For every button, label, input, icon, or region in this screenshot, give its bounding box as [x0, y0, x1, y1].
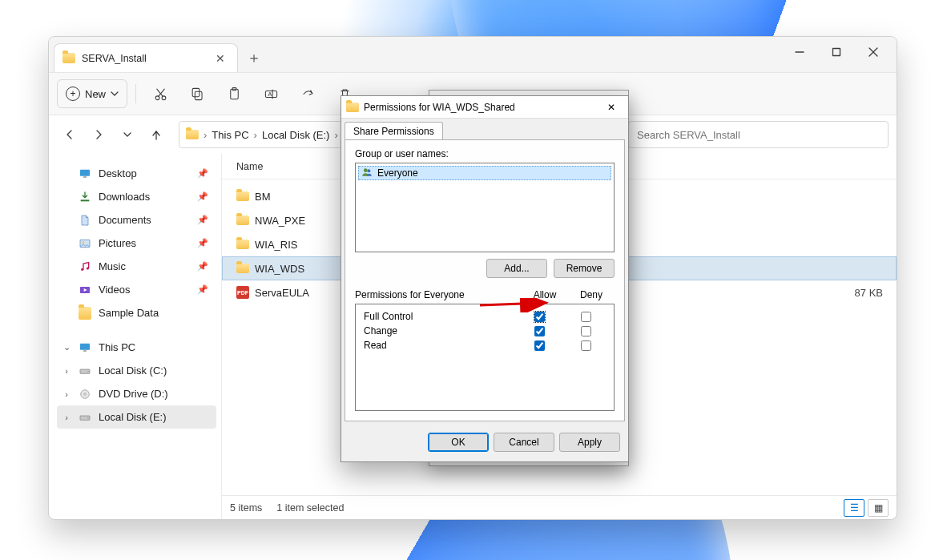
window-tab[interactable]: SERVA_Install ✕ [54, 43, 238, 72]
sidebar-item-downloads[interactable]: Downloads📌 [57, 185, 216, 208]
folder-icon [236, 191, 249, 201]
window-maximize-button[interactable] [818, 40, 855, 64]
sidebar-item-local-disk-e-[interactable]: ›Local Disk (E:) [57, 405, 216, 429]
svg-rect-18 [81, 199, 90, 201]
svg-text:A: A [268, 91, 272, 97]
dialog-title: Permissions for WIA_WDS_Shared [364, 102, 515, 113]
remove-button[interactable]: Remove [554, 259, 615, 278]
file-name: ServaEULA [255, 287, 309, 299]
deny-checkbox[interactable] [581, 340, 591, 351]
tab-share-permissions[interactable]: Share Permissions [345, 122, 443, 139]
breadcrumb-segment[interactable]: This PC [212, 129, 248, 141]
documents-icon [78, 214, 92, 227]
copy-button[interactable] [181, 79, 213, 108]
deny-checkbox[interactable] [581, 312, 591, 322]
forward-button[interactable] [86, 122, 111, 147]
allow-checkbox[interactable] [534, 340, 545, 351]
file-name: WIA_RIS [255, 239, 297, 251]
tab-close-button[interactable]: ✕ [212, 50, 229, 67]
new-button[interactable]: + New [57, 79, 127, 108]
status-bar: 5 items 1 item selected ☰ ▦ [222, 495, 897, 519]
svg-point-20 [83, 241, 85, 244]
svg-rect-16 [80, 169, 90, 175]
music-icon [78, 260, 92, 273]
svg-point-34 [367, 169, 370, 172]
apply-button[interactable]: Apply [559, 433, 620, 452]
monitor-icon [78, 341, 92, 354]
permission-label: Full Control [361, 311, 516, 322]
search-input[interactable] [628, 121, 889, 148]
back-button[interactable] [57, 122, 83, 147]
ok-button[interactable]: OK [428, 433, 489, 452]
details-view-button[interactable]: ☰ [844, 499, 864, 517]
svg-rect-26 [83, 350, 87, 351]
user-list-item[interactable]: Everyone [358, 166, 611, 180]
sidebar-item-documents[interactable]: Documents📌 [57, 208, 216, 232]
sidebar-item-sample-data[interactable]: Sample Data [57, 301, 216, 324]
folder-icon [186, 130, 199, 139]
allow-checkbox[interactable] [534, 312, 545, 322]
status-selected: 1 item selected [276, 502, 344, 514]
dialog-titlebar[interactable]: Permissions for WIA_WDS_Shared ✕ [341, 96, 628, 119]
sidebar-item-label: DVD Drive (D:) [99, 388, 168, 400]
sidebar-item-label: Local Disk (E:) [99, 411, 167, 423]
file-name: BM [255, 191, 271, 203]
svg-point-22 [87, 267, 89, 269]
svg-rect-1 [833, 49, 840, 56]
column-name[interactable]: Name [236, 161, 263, 172]
cancel-button[interactable]: Cancel [494, 433, 554, 452]
rename-button[interactable]: A [255, 79, 287, 108]
permission-row: Change [361, 324, 609, 338]
window-titlebar[interactable]: SERVA_Install ✕ ＋ [49, 37, 897, 72]
permission-label: Change [361, 325, 516, 336]
permissions-list: Full ControlChangeRead [355, 304, 615, 411]
sidebar-item-desktop[interactable]: Desktop📌 [57, 162, 216, 185]
tab-title: SERVA_Install [82, 53, 147, 64]
drive-icon [78, 365, 92, 377]
permissions-dialog: Permissions for WIA_WDS_Shared ✕ Share P… [341, 95, 629, 462]
sidebar-item-thispc[interactable]: ⌄ This PC [57, 336, 216, 359]
svg-rect-9 [192, 88, 199, 96]
chevron-down-icon: ⌄ [62, 342, 71, 353]
chevron-down-icon [111, 90, 119, 98]
sidebar-item-label: Music [99, 260, 126, 272]
svg-rect-8 [195, 91, 202, 99]
pin-icon: 📌 [197, 168, 208, 179]
pdf-icon: PDF [236, 286, 249, 299]
recent-locations-button[interactable] [115, 122, 140, 147]
new-tab-button[interactable]: ＋ [238, 43, 270, 72]
svg-point-32 [87, 417, 88, 418]
up-button[interactable] [143, 122, 169, 147]
folder-icon [236, 264, 249, 273]
plus-icon: + [66, 87, 80, 101]
allow-checkbox[interactable] [534, 326, 545, 336]
user-listbox[interactable]: Everyone [355, 163, 615, 252]
deny-column-label: Deny [568, 289, 615, 300]
share-button[interactable] [292, 79, 324, 108]
deny-checkbox[interactable] [581, 326, 591, 336]
breadcrumb-segment[interactable]: Local Disk (E:) [262, 129, 330, 141]
sidebar-item-dvd-drive-d-[interactable]: ›DVD Drive (D:) [57, 382, 216, 405]
sidebar-item-pictures[interactable]: Pictures📌 [57, 232, 216, 255]
sidebar-item-videos[interactable]: Videos📌 [57, 278, 216, 301]
sidebar-item-label: Downloads [99, 191, 150, 203]
svg-point-28 [87, 371, 88, 372]
window-close-button[interactable] [855, 40, 892, 64]
add-button[interactable]: Add... [486, 259, 547, 278]
pictures-icon [78, 237, 92, 250]
pin-icon: 📌 [197, 191, 208, 202]
paste-button[interactable] [218, 79, 250, 108]
dialog-close-button[interactable]: ✕ [599, 99, 623, 116]
permission-row: Full Control [361, 309, 609, 324]
sidebar-item-local-disk-c-[interactable]: ›Local Disk (C:) [57, 359, 216, 382]
sidebar-item-music[interactable]: Music📌 [57, 255, 216, 278]
group-user-label: Group or user names: [355, 148, 615, 159]
window-minimize-button[interactable] [781, 40, 818, 64]
cut-button[interactable] [144, 79, 176, 108]
chevron-right-icon: › [62, 366, 71, 376]
svg-rect-25 [80, 343, 90, 349]
svg-point-33 [364, 168, 368, 172]
icons-view-button[interactable]: ▦ [868, 499, 889, 517]
allow-column-label: Allow [522, 289, 568, 300]
downloads-icon [78, 191, 92, 203]
